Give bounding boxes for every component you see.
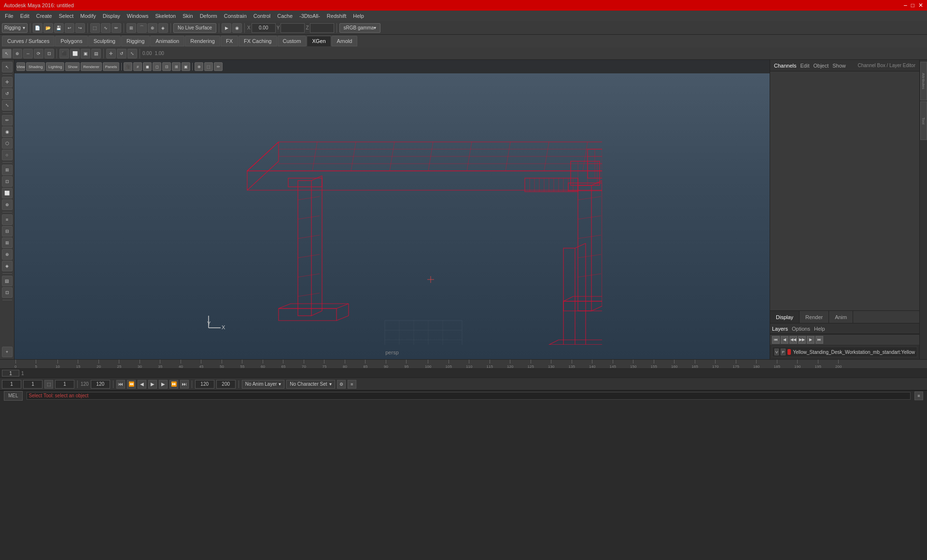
- cb-tab-edit[interactable]: Edit: [800, 63, 809, 69]
- select-tool-btn[interactable]: ⬚: [90, 23, 100, 33]
- ruler-tick-200[interactable]: 200: [835, 360, 842, 369]
- vp-lighting-menu[interactable]: Lighting: [46, 62, 64, 71]
- tab-curves-surfaces[interactable]: Curves / Surfaces: [2, 36, 55, 46]
- tab-polygons[interactable]: Polygons: [55, 36, 87, 46]
- cb-subtab-layers[interactable]: Layers: [772, 326, 788, 332]
- tb2-btn5[interactable]: ⬛: [59, 49, 69, 58]
- menu-file[interactable]: File: [2, 12, 16, 20]
- viewport[interactable]: View Shading Lighting Show Renderer Pane…: [14, 60, 770, 359]
- lt-plus-btn[interactable]: +: [2, 347, 13, 357]
- tab-fx-caching[interactable]: FX Caching: [239, 36, 277, 46]
- snap-point-btn[interactable]: ⊕: [148, 23, 157, 33]
- vp-snap-btn[interactable]: ⊕: [195, 62, 203, 71]
- z-coord-input[interactable]: [310, 23, 334, 33]
- lt-btn7[interactable]: ⬜: [2, 188, 13, 198]
- cb-tab-anim[interactable]: Anim: [829, 311, 853, 323]
- ruler-tick-85[interactable]: 85: [364, 360, 368, 369]
- cb-tab-object[interactable]: Object: [813, 63, 829, 69]
- cb-subtab-help[interactable]: Help: [814, 326, 825, 332]
- tb2-scale[interactable]: ⤡: [127, 49, 137, 58]
- y-coord-input[interactable]: [281, 23, 305, 33]
- vp-sel-btn[interactable]: ⬚: [204, 62, 213, 71]
- snap-curve-btn[interactable]: ⌒: [137, 23, 147, 33]
- tab-rendering[interactable]: Rendering: [185, 36, 220, 46]
- ruler-tick-155[interactable]: 155: [651, 360, 657, 369]
- ruler-tick-95[interactable]: 95: [405, 360, 409, 369]
- start-frame-input[interactable]: [2, 380, 21, 389]
- cb-tab-channels[interactable]: Channels: [774, 63, 796, 69]
- gamma-btn[interactable]: sRGB gamma▾: [339, 23, 381, 33]
- ruler-tick-165[interactable]: 165: [692, 360, 698, 369]
- ruler-tick-190[interactable]: 190: [794, 360, 801, 369]
- ruler-tick-5[interactable]: 5: [35, 360, 37, 369]
- vp-shade5[interactable]: ▣: [182, 62, 190, 71]
- ruler-tick-65[interactable]: 65: [281, 360, 286, 369]
- ruler-tick-110[interactable]: 110: [466, 360, 472, 369]
- undo-btn[interactable]: ↩: [65, 23, 74, 33]
- minimize-btn[interactable]: –: [904, 2, 907, 9]
- ruler-tick-175[interactable]: 175: [733, 360, 739, 369]
- menu-select[interactable]: Select: [56, 12, 77, 20]
- new-btn[interactable]: 📄: [33, 23, 42, 33]
- lt-btn14[interactable]: ▤: [2, 276, 13, 286]
- lt-btn10[interactable]: ⊟: [2, 226, 13, 237]
- ruler-tick-100[interactable]: 100: [425, 360, 431, 369]
- vp-shade1[interactable]: ◼: [143, 62, 152, 71]
- tab-arnold[interactable]: Arnold: [332, 36, 358, 46]
- menu-cache[interactable]: Cache: [274, 12, 295, 20]
- vp-panels-menu[interactable]: Panels: [103, 62, 119, 71]
- cb-nav-last[interactable]: ⏭: [815, 336, 823, 344]
- pb-play[interactable]: ▶: [148, 380, 157, 389]
- layer-p-btn[interactable]: P: [781, 349, 785, 355]
- menu-skin[interactable]: Skin: [180, 12, 196, 20]
- tab-xgen[interactable]: XGen: [307, 36, 331, 46]
- tb2-btn8[interactable]: ▤: [91, 49, 101, 58]
- cb-nav-prev2[interactable]: ◀◀: [789, 336, 797, 344]
- lt-btn13[interactable]: ◈: [2, 261, 13, 271]
- workspace-dropdown[interactable]: Rigging ▾: [2, 23, 28, 33]
- title-bar-controls[interactable]: – □ ✕: [904, 2, 923, 9]
- menu-deform[interactable]: Deform: [197, 12, 220, 20]
- ruler-tick-30[interactable]: 30: [138, 360, 142, 369]
- tab-rigging[interactable]: Rigging: [121, 36, 150, 46]
- vp-paint-btn[interactable]: ✏: [214, 62, 223, 71]
- ruler-tick-40[interactable]: 40: [179, 360, 183, 369]
- move-tool[interactable]: ✛: [2, 77, 13, 87]
- ruler-tick-70[interactable]: 70: [302, 360, 306, 369]
- tab-fx[interactable]: FX: [221, 36, 238, 46]
- menu-display[interactable]: Display: [100, 12, 123, 20]
- ruler-tick-90[interactable]: 90: [384, 360, 388, 369]
- anim-layer-dropdown[interactable]: No Anim Layer▾: [242, 380, 285, 389]
- tb2-move[interactable]: ✛: [106, 49, 116, 58]
- vp-grid-btn[interactable]: #: [133, 62, 142, 71]
- ruler-tick-80[interactable]: 80: [343, 360, 347, 369]
- vp-shade2[interactable]: ◻: [153, 62, 161, 71]
- ruler-tick-25[interactable]: 25: [117, 360, 122, 369]
- status-help-input[interactable]: [27, 392, 911, 400]
- lt-btn8[interactable]: ⊕: [2, 199, 13, 210]
- rotate-tool[interactable]: ↺: [2, 88, 13, 99]
- char-set-dropdown[interactable]: No Character Set▾: [286, 380, 335, 389]
- vp-shading-menu[interactable]: Shading: [26, 62, 45, 71]
- tb2-rotate[interactable]: ↺: [117, 49, 126, 58]
- scale-tool[interactable]: ⤡: [2, 100, 13, 111]
- snap-view-btn[interactable]: ◈: [158, 23, 168, 33]
- pb-prev[interactable]: ◀: [138, 380, 146, 389]
- vp-shade3[interactable]: ⊡: [162, 62, 171, 71]
- tab-animation[interactable]: Animation: [150, 36, 184, 46]
- bc-input2[interactable]: [23, 380, 42, 389]
- tb2-select[interactable]: ↖: [2, 49, 12, 58]
- menu-constrain[interactable]: Constrain: [221, 12, 250, 20]
- ruler-tick-50[interactable]: 50: [220, 360, 224, 369]
- maximize-btn[interactable]: □: [911, 2, 914, 9]
- lt-btn2[interactable]: ◉: [2, 126, 13, 137]
- ruler-tick-180[interactable]: 180: [753, 360, 759, 369]
- tb2-btn1[interactable]: ⊕: [13, 49, 22, 58]
- lt-btn4[interactable]: ○: [2, 150, 13, 160]
- menu-windows[interactable]: Windows: [124, 12, 152, 20]
- select-tool[interactable]: ↖: [2, 62, 13, 72]
- timeline-ruler[interactable]: 0510152025303540455055606570758085909510…: [0, 360, 927, 369]
- ruler-tick-60[interactable]: 60: [261, 360, 265, 369]
- tb2-btn6[interactable]: ⬜: [70, 49, 80, 58]
- lt-btn6[interactable]: ⊡: [2, 176, 13, 187]
